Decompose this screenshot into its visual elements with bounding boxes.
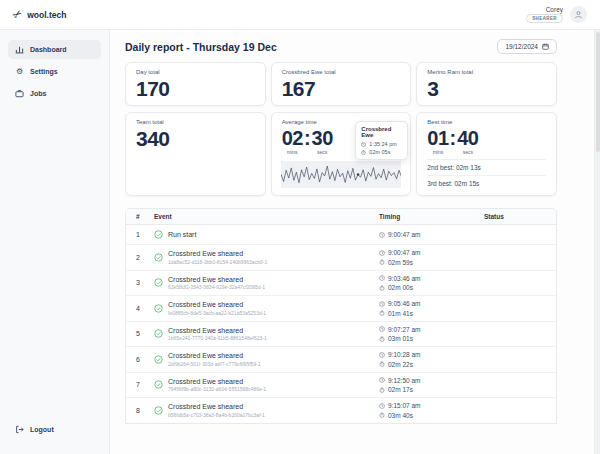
best-secs-label: secs <box>463 149 473 155</box>
event-title: Crossbred Ewe sheared <box>168 403 265 410</box>
clock-icon <box>379 275 385 281</box>
sidebar-item-dashboard[interactable]: Dashboard <box>8 40 101 59</box>
event-id: 63e58df2-0543-3834-929e-32a47cf2095d-1 <box>168 284 265 290</box>
logout-label: Logout <box>30 426 54 433</box>
table-row: 8 Crossbred Ewe sheared b56fdb5a-c703-38… <box>126 398 556 423</box>
stat-value: 340 <box>136 128 255 149</box>
scrollbar-thumb[interactable] <box>596 32 600 152</box>
logout-button[interactable]: Logout <box>8 420 102 439</box>
stopwatch-icon <box>379 259 385 265</box>
clock-icon <box>379 232 385 238</box>
row-number: 2 <box>126 254 154 261</box>
check-circle-icon <box>154 304 163 313</box>
stat-value: 3 <box>427 78 546 99</box>
sidebar: Dashboard ⚙ Settings Jobs Logout <box>0 30 110 454</box>
event-duration: 02m 00s <box>388 284 413 291</box>
check-circle-icon <box>154 355 163 364</box>
table-row: 3 Crossbred Ewe sheared 63e58df2-0543-38… <box>126 271 556 297</box>
check-circle-icon <box>154 406 163 415</box>
third-best-time: 3rd best: 02m 15s <box>427 176 546 187</box>
stat-value: 167 <box>282 78 401 99</box>
event-title: Crossbred Ewe sheared <box>168 378 266 385</box>
event-time: 9:12:50 am <box>388 377 421 384</box>
stopwatch-icon <box>379 310 385 316</box>
table-row: 4 Crossbred Ewe sheared fe0885cb-8de5-3a… <box>126 296 556 322</box>
sparkline-tooltip: Crossbred Ewe 1:35:24 pm 02m 05s <box>355 121 408 160</box>
sidebar-item-settings[interactable]: ⚙ Settings <box>8 62 101 81</box>
event-duration: 03m 01s <box>388 335 413 342</box>
event-title: Run start <box>168 231 196 238</box>
event-id: 1da8ac52-d118-3bb0-8154-240b9963acb0-1 <box>168 259 267 265</box>
page-title: Daily report - Thursday 19 Dec <box>125 41 277 53</box>
stat-label: Team total <box>136 119 255 125</box>
person-icon <box>574 10 583 19</box>
row-number: 4 <box>126 305 154 312</box>
scrollbar-track <box>594 30 600 454</box>
avg-secs-label: secs <box>317 149 327 155</box>
event-duration: 02m 17s <box>388 386 413 393</box>
event-time: 9:10:28 am <box>388 351 421 358</box>
sidebar-item-label: Dashboard <box>30 46 67 53</box>
clock-icon <box>379 326 385 332</box>
brand-link[interactable]: ✂ wool.tech <box>13 9 66 20</box>
user-menu: Corey SHEARER <box>526 6 587 23</box>
event-id: 1b65e241-7770-340a-91b5-8861548ef623-1 <box>168 335 267 341</box>
best-time-label: Best time <box>427 119 546 125</box>
time-sparkline-chart[interactable] <box>281 161 402 188</box>
stat-card-crossbred-ewe-total: Crossbred Ewe total 167 <box>271 62 412 106</box>
table-row: 7 Crossbred Ewe sheared 79456f9b-a80c-31… <box>126 373 556 399</box>
best-secs: 40 <box>457 128 478 148</box>
avg-mins-label: mins <box>287 149 298 155</box>
stopwatch-icon <box>361 150 366 155</box>
clock-icon <box>379 301 385 307</box>
event-id: b56fdb5a-c703-38a3-8a4b-b200a17bc3af-1 <box>168 412 265 418</box>
avg-secs: 30 <box>312 128 333 148</box>
sidebar-item-label: Settings <box>30 68 58 75</box>
date-picker[interactable]: 19/12/2024 <box>497 39 557 54</box>
stopwatch-icon <box>379 361 385 367</box>
logout-icon <box>15 425 24 434</box>
brand-name: wool.tech <box>27 10 66 20</box>
col-header-num: # <box>126 213 154 220</box>
event-id: fe0885cb-8de5-3acb-aa22-b21a53a5253d-1 <box>168 310 266 316</box>
logo-shears-icon: ✂ <box>11 7 25 21</box>
stopwatch-icon <box>379 336 385 342</box>
stat-card-merino-ram-total: Merino Ram total 3 <box>416 62 557 106</box>
event-title: Crossbred Ewe sheared <box>168 352 261 359</box>
table-row: 2 Crossbred Ewe sheared 1da8ac52-d118-3b… <box>126 245 556 271</box>
event-title: Crossbred Ewe sheared <box>168 301 266 308</box>
sidebar-item-jobs[interactable]: Jobs <box>8 84 101 103</box>
stat-label: Crossbred Ewe total <box>282 69 401 75</box>
stat-card-day-total: Day total 170 <box>125 62 266 106</box>
stat-label: Day total <box>136 69 255 75</box>
table-header: # Event Timing Status <box>126 209 556 225</box>
row-number: 8 <box>126 407 154 414</box>
user-info: Corey SHEARER <box>526 6 563 23</box>
event-time: 9:15:07 am <box>388 402 421 409</box>
avatar[interactable] <box>570 6 587 23</box>
stopwatch-icon <box>379 285 385 291</box>
user-name: Corey <box>546 6 563 13</box>
content: Daily report - Thursday 19 Dec 19/12/202… <box>110 30 600 454</box>
event-duration: 02m 59s <box>388 259 413 266</box>
event-id: 2df9b264-501f-303d-abf7-c779c6f95f59-1 <box>168 361 261 367</box>
event-time: 9:00:47 am <box>388 231 421 238</box>
event-time: 9:00:47 am <box>388 249 421 256</box>
tooltip-title: Crossbred Ewe <box>361 126 402 138</box>
row-number: 7 <box>126 381 154 388</box>
event-title: Crossbred Ewe sheared <box>168 327 267 334</box>
best-time-value: 01 mins : 40 secs <box>427 128 546 155</box>
user-role-badge: SHEARER <box>526 14 563 23</box>
check-circle-icon <box>154 380 163 389</box>
best-mins-label: mins <box>433 149 444 155</box>
stat-value: 170 <box>136 78 255 99</box>
average-time-card: Average time 02 mins : 30 secs <box>271 112 412 196</box>
check-circle-icon <box>154 278 163 287</box>
date-value: 19/12/2024 <box>505 43 538 50</box>
check-circle-icon <box>154 230 163 239</box>
row-number: 1 <box>126 231 154 238</box>
briefcase-icon <box>15 89 24 98</box>
event-time: 9:03:46 am <box>388 275 421 282</box>
best-mins: 01 <box>427 128 448 148</box>
app-window: ✂ wool.tech Corey SHEARER Dashboard <box>0 0 600 454</box>
